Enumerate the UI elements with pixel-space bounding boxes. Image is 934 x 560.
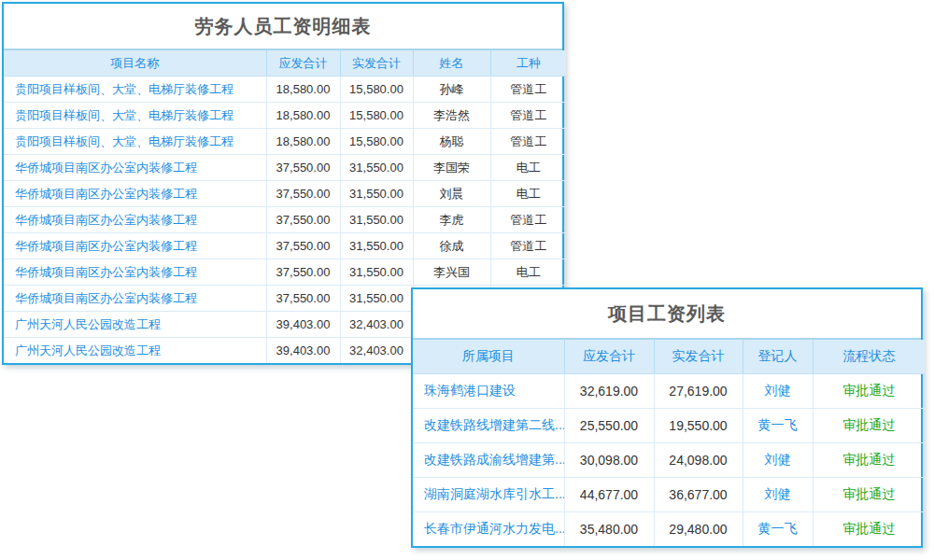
employee-name-cell: 李虎: [413, 207, 490, 233]
table-row: 华侨城项目南区办公室内装修工程 37,550.00 31,550.00 徐成 管…: [4, 233, 566, 259]
employee-name-cell: 李兴国: [413, 259, 490, 286]
table-row: 华侨城项目南区办公室内装修工程 37,550.00 31,550.00 李兴国 …: [4, 259, 566, 286]
project-name-link[interactable]: 华侨城项目南区办公室内装修工程: [4, 181, 266, 207]
paid-total-cell: 31,550.00: [340, 286, 413, 312]
col-header-payable-total: 应发合计: [564, 340, 654, 374]
status-badge: 审批通过: [813, 478, 925, 512]
table-row: 贵阳项目样板间、大堂、电梯厅装修工程 18,580.00 15,580.00 孙…: [4, 77, 566, 103]
paid-total-cell: 31,550.00: [340, 207, 413, 233]
work-type-cell: 电工: [490, 181, 566, 207]
work-type-cell: 管道工: [490, 103, 566, 129]
paid-total-cell: 24,098.00: [654, 443, 743, 478]
paid-total-cell: 29,480.00: [654, 512, 743, 547]
project-name-link[interactable]: 华侨城项目南区办公室内装修工程: [4, 207, 266, 233]
project-name-link[interactable]: 贵阳项目样板间、大堂、电梯厅装修工程: [4, 103, 266, 129]
project-name-link[interactable]: 华侨城项目南区办公室内装修工程: [4, 233, 266, 259]
status-badge: 审批通过: [813, 409, 925, 443]
project-name-link[interactable]: 改建铁路成渝线增建第...: [413, 443, 564, 478]
paid-total-cell: 31,550.00: [340, 155, 413, 181]
paid-total-cell: 32,403.00: [340, 312, 413, 338]
col-header-project-name: 项目名称: [4, 50, 266, 77]
payable-total-cell: 37,550.00: [266, 286, 340, 312]
paid-total-cell: 36,677.00: [654, 478, 743, 512]
table-row: 贵阳项目样板间、大堂、电梯厅装修工程 18,580.00 15,580.00 李…: [4, 103, 566, 129]
col-header-paid-total: 实发合计: [654, 340, 743, 374]
project-name-link[interactable]: 贵阳项目样板间、大堂、电梯厅装修工程: [4, 77, 266, 103]
registrant-link[interactable]: 刘健: [743, 478, 813, 512]
paid-total-cell: 15,580.00: [340, 129, 413, 155]
work-type-cell: 管道工: [490, 129, 566, 155]
paid-total-cell: 15,580.00: [340, 103, 413, 129]
project-name-link[interactable]: 华侨城项目南区办公室内装修工程: [4, 155, 266, 181]
col-header-parent-project: 所属项目: [413, 340, 564, 374]
col-header-work-type: 工种: [490, 50, 566, 77]
registrant-link[interactable]: 刘健: [743, 374, 813, 409]
payable-total-cell: 18,580.00: [266, 129, 340, 155]
employee-name-cell: 孙峰: [413, 77, 490, 103]
payable-total-cell: 37,550.00: [266, 181, 340, 207]
project-name-link[interactable]: 湖南洞庭湖水库引水工...: [413, 478, 564, 512]
employee-name-cell: 李浩然: [413, 103, 490, 129]
status-badge: 审批通过: [813, 512, 925, 547]
payable-total-cell: 39,403.00: [266, 312, 340, 338]
col-header-registrant: 登记人: [743, 340, 813, 374]
table-row: 改建铁路线增建第二线... 25,550.00 19,550.00 黄一飞 审批…: [413, 409, 925, 443]
paid-total-cell: 15,580.00: [340, 77, 413, 103]
table-row: 华侨城项目南区办公室内装修工程 37,550.00 31,550.00 李虎 管…: [4, 207, 566, 233]
status-badge: 审批通过: [813, 443, 925, 478]
employee-name-cell: 杨聪: [413, 129, 490, 155]
project-salary-table-title: 项目工资列表: [413, 289, 921, 340]
project-name-link[interactable]: 广州天河人民公园改造工程: [4, 338, 266, 364]
table-row: 贵阳项目样板间、大堂、电梯厅装修工程 18,580.00 15,580.00 杨…: [4, 129, 566, 155]
labor-salary-table-title: 劳务人员工资明细表: [4, 4, 562, 50]
col-header-payable-total: 应发合计: [266, 50, 340, 77]
work-type-cell: 管道工: [490, 233, 566, 259]
project-salary-table: 所属项目 应发合计 实发合计 登记人 流程状态 珠海鹤港口建设 32,619.0…: [413, 340, 925, 546]
project-name-link[interactable]: 贵阳项目样板间、大堂、电梯厅装修工程: [4, 129, 266, 155]
payable-total-cell: 37,550.00: [266, 155, 340, 181]
payable-total-cell: 30,098.00: [564, 443, 654, 478]
work-type-cell: 电工: [490, 155, 566, 181]
payable-total-cell: 44,677.00: [564, 478, 654, 512]
payable-total-cell: 37,550.00: [266, 207, 340, 233]
payable-total-cell: 35,480.00: [564, 512, 654, 547]
labor-salary-header-row: 项目名称 应发合计 实发合计 姓名 工种: [4, 50, 566, 77]
project-name-link[interactable]: 华侨城项目南区办公室内装修工程: [4, 259, 266, 286]
project-name-link[interactable]: 长春市伊通河水力发电...: [413, 512, 564, 547]
paid-total-cell: 32,403.00: [340, 338, 413, 364]
paid-total-cell: 19,550.00: [654, 409, 743, 443]
col-header-workflow-status: 流程状态: [813, 340, 925, 374]
paid-total-cell: 31,550.00: [340, 233, 413, 259]
col-header-employee-name: 姓名: [413, 50, 490, 77]
payable-total-cell: 37,550.00: [266, 259, 340, 286]
employee-name-cell: 李国荣: [413, 155, 490, 181]
work-type-cell: 管道工: [490, 77, 566, 103]
project-name-link[interactable]: 改建铁路线增建第二线...: [413, 409, 564, 443]
registrant-link[interactable]: 刘健: [743, 443, 813, 478]
payable-total-cell: 18,580.00: [266, 103, 340, 129]
paid-total-cell: 31,550.00: [340, 259, 413, 286]
employee-name-cell: 徐成: [413, 233, 490, 259]
paid-total-cell: 27,619.00: [654, 374, 743, 409]
table-row: 长春市伊通河水力发电... 35,480.00 29,480.00 黄一飞 审批…: [413, 512, 925, 547]
payable-total-cell: 37,550.00: [266, 233, 340, 259]
payable-total-cell: 18,580.00: [266, 77, 340, 103]
project-salary-header-row: 所属项目 应发合计 实发合计 登记人 流程状态: [413, 340, 925, 374]
work-type-cell: 电工: [490, 259, 566, 286]
table-row: 珠海鹤港口建设 32,619.00 27,619.00 刘健 审批通过: [413, 374, 925, 409]
col-header-paid-total: 实发合计: [340, 50, 413, 77]
paid-total-cell: 31,550.00: [340, 181, 413, 207]
project-name-link[interactable]: 珠海鹤港口建设: [413, 374, 564, 409]
registrant-link[interactable]: 黄一飞: [743, 409, 813, 443]
table-row: 华侨城项目南区办公室内装修工程 37,550.00 31,550.00 李国荣 …: [4, 155, 566, 181]
status-badge: 审批通过: [813, 374, 925, 409]
payable-total-cell: 39,403.00: [266, 338, 340, 364]
payable-total-cell: 32,619.00: [564, 374, 654, 409]
project-salary-list-panel: 项目工资列表 所属项目 应发合计 实发合计 登记人 流程状态 珠海鹤港口建设 3…: [411, 287, 923, 548]
table-row: 华侨城项目南区办公室内装修工程 37,550.00 31,550.00 刘晨 电…: [4, 181, 566, 207]
employee-name-cell: 刘晨: [413, 181, 490, 207]
table-row: 改建铁路成渝线增建第... 30,098.00 24,098.00 刘健 审批通…: [413, 443, 925, 478]
project-name-link[interactable]: 广州天河人民公园改造工程: [4, 312, 266, 338]
project-name-link[interactable]: 华侨城项目南区办公室内装修工程: [4, 286, 266, 312]
registrant-link[interactable]: 黄一飞: [743, 512, 813, 547]
